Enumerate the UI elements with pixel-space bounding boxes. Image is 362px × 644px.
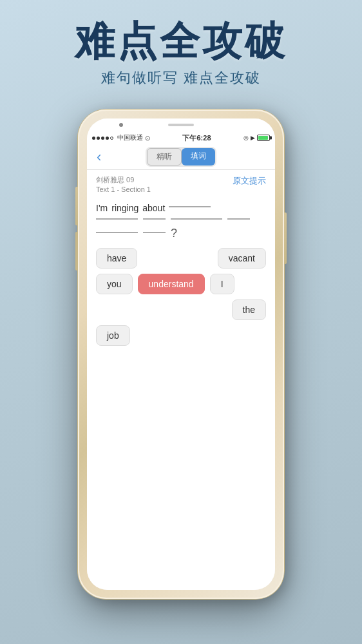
battery-fill [258, 136, 268, 140]
tab-group: 精听 填词 [146, 147, 216, 167]
dot-2 [97, 137, 100, 140]
dot-4 [106, 137, 109, 140]
content-wrapper: 剑桥雅思 09 Text 1 - Section 1 原文提示 I'm ring… [87, 170, 275, 590]
back-button[interactable]: ‹ [93, 146, 104, 169]
status-bar: 中国联通 ⊙ 下午6:28 ◎ ▶ [87, 131, 275, 144]
phone-camera [119, 123, 123, 127]
chip-i[interactable]: I [210, 274, 234, 294]
chip-have[interactable]: have [96, 248, 137, 269]
status-time: 下午6:28 [182, 133, 211, 143]
location-icon: ◎ [243, 135, 249, 141]
phone-shell: 中国联通 ⊙ 下午6:28 ◎ ▶ ‹ [78, 109, 284, 599]
status-left: 中国联通 ⊙ [92, 133, 150, 142]
phone-top-bar [87, 118, 275, 131]
chip-vacant[interactable]: vacant [218, 248, 266, 269]
status-right: ◎ ▶ [243, 135, 270, 141]
sub-headline: 难句做听写 难点全攻破 [0, 68, 362, 88]
tab-listen[interactable]: 精听 [147, 148, 182, 166]
sentence-line-3: ? [96, 227, 266, 240]
dot-5 [110, 137, 113, 140]
word-ringing: ringing [111, 203, 138, 213]
phone-device: 中国联通 ⊙ 下午6:28 ◎ ▶ ‹ [78, 109, 284, 612]
phone-speaker [168, 124, 194, 126]
blank-5 [227, 218, 250, 220]
carrier-name: 中国联通 [117, 133, 143, 142]
hint-button[interactable]: 原文提示 [233, 175, 266, 187]
sentence-line-1: I'm ringing about [96, 203, 266, 213]
word-chips-area: have vacant you understand [96, 248, 266, 346]
dot-1 [92, 137, 95, 140]
headline-area: 难点全攻破 难句做听写 难点全攻破 [0, 19, 362, 88]
signal-dots [92, 137, 113, 140]
blank-6 [96, 232, 138, 233]
phone-screen: 中国联通 ⊙ 下午6:28 ◎ ▶ ‹ [87, 118, 275, 590]
word-about: about [142, 203, 165, 213]
blank-2 [96, 218, 138, 220]
question-mark: ? [171, 227, 177, 240]
word-im: I'm [96, 203, 108, 213]
wifi-icon: ⊙ [145, 135, 150, 142]
chip-understand[interactable]: understand [138, 274, 205, 294]
blank-4 [171, 218, 222, 220]
chip-you[interactable]: you [96, 274, 133, 294]
blank-7 [143, 232, 166, 233]
lesson-info-row: 剑桥雅思 09 Text 1 - Section 1 原文提示 [96, 175, 266, 195]
sentence-line-2 [96, 218, 266, 222]
tab-fill[interactable]: 填词 [182, 148, 215, 166]
nav-bar: ‹ 精听 填词 [87, 144, 275, 170]
dot-3 [101, 137, 104, 140]
blank-3 [143, 218, 166, 220]
chip-the[interactable]: the [232, 299, 266, 320]
battery-icon [257, 135, 270, 141]
blank-1 [169, 206, 211, 207]
signal-icon: ▶ [251, 135, 255, 141]
main-headline: 难点全攻破 [0, 19, 362, 63]
chip-job[interactable]: job [96, 325, 130, 346]
